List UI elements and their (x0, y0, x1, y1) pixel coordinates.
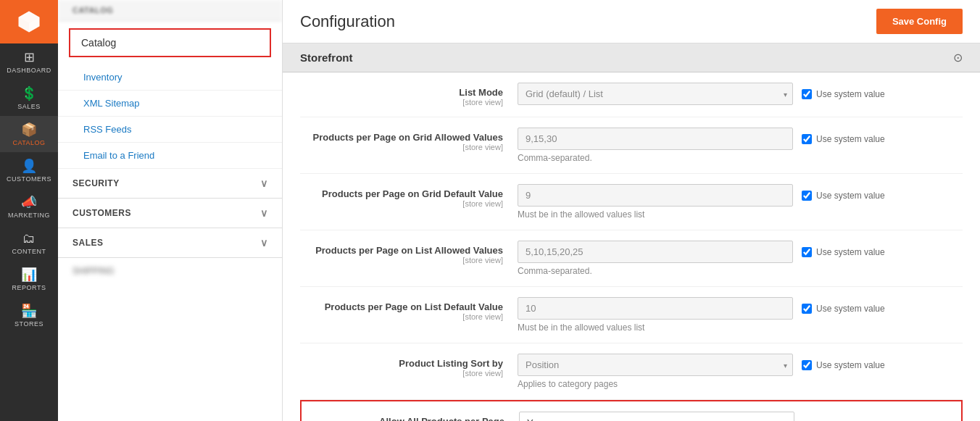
list-default-note: [store view] (300, 312, 503, 321)
grid-default-label-col: Products per Page on Grid Default Value … (300, 184, 518, 208)
sort-by-checkbox[interactable] (802, 360, 812, 370)
list-allowed-row: Products per Page on List Allowed Values… (300, 230, 963, 287)
sidebar-item-xml-sitemap[interactable]: XML Sitemap (58, 91, 282, 117)
marketing-icon: 📣 (21, 196, 37, 209)
customers-section-header[interactable]: CUSTOMERS ∨ (58, 199, 282, 228)
sales-chevron-icon: ∨ (260, 237, 268, 249)
dashboard-icon: ⊞ (24, 51, 35, 64)
storefront-title: Storefront (300, 51, 353, 64)
logo[interactable] (0, 0, 58, 43)
nav-item-customers[interactable]: 👤 CUSTOMERS (0, 152, 58, 188)
list-default-label-col: Products per Page on List Default Value … (300, 297, 518, 321)
customers-chevron-icon: ∨ (260, 207, 268, 219)
sort-by-select-wrapper: Position Name Price ▾ (518, 354, 793, 376)
grid-allowed-note: [store view] (300, 143, 503, 151)
sidebar-active-catalog[interactable]: Catalog (69, 28, 271, 57)
catalog-section-header-blurred: CATALOG (58, 0, 282, 21)
main-content: Configuration Save Config Storefront ⊙ L… (283, 0, 980, 421)
nav-item-dashboard[interactable]: ⊞ DASHBOARD (0, 43, 58, 80)
sales-icon: 💲 (21, 87, 37, 100)
sidebar-item-rss-feeds[interactable]: RSS Feeds (58, 117, 282, 143)
list-allowed-input[interactable] (518, 241, 793, 263)
grid-allowed-input-row: Use system value (518, 128, 963, 150)
sort-by-input-row: Position Name Price ▾ Use system value (518, 354, 963, 376)
list-mode-select[interactable]: Grid (default) / List Grid Only List Onl… (518, 83, 793, 105)
storefront-section-header[interactable]: Storefront ⊙ (283, 43, 980, 72)
sort-by-system-value[interactable]: Use system value (802, 360, 885, 370)
sidebar-panel: CATALOG Catalog Inventory XML Sitemap RS… (58, 0, 283, 421)
allow-all-input-row: Yes No ▾ (519, 412, 961, 421)
list-mode-checkbox[interactable] (802, 89, 812, 99)
storefront-toggle-icon[interactable]: ⊙ (953, 51, 963, 64)
sales-section-header[interactable]: SALES ∨ (58, 228, 282, 257)
nav-item-catalog[interactable]: 📦 CATALOG (0, 116, 58, 152)
nav-item-marketing[interactable]: 📣 MARKETING (0, 188, 58, 225)
page-title: Configuration (300, 12, 395, 31)
customers-section: CUSTOMERS ∨ (58, 199, 282, 228)
nav-item-content[interactable]: 🗂 CONTENT (0, 225, 58, 261)
allow-all-row: Allow All Products per Page [store view]… (300, 400, 963, 421)
list-mode-input-row: Grid (default) / List Grid Only List Onl… (518, 83, 963, 105)
list-default-input[interactable] (518, 297, 793, 320)
sort-by-label: Product Listing Sort by (399, 358, 503, 369)
list-default-label: Products per Page on List Default Value (325, 301, 503, 312)
sort-by-label-col: Product Listing Sort by [store view] (300, 354, 518, 378)
list-allowed-note: [store view] (300, 256, 503, 264)
sidebar-item-email-friend[interactable]: Email to a Friend (58, 143, 282, 169)
top-bar: Configuration Save Config (283, 0, 980, 43)
grid-default-system-value[interactable]: Use system value (802, 191, 885, 201)
grid-default-input[interactable] (518, 184, 793, 207)
grid-allowed-checkbox[interactable] (802, 134, 812, 144)
list-allowed-hint: Comma-separated. (518, 266, 963, 276)
list-default-system-value[interactable]: Use system value (802, 304, 885, 314)
sort-by-input-col: Position Name Price ▾ Use system value A… (518, 354, 963, 389)
sidebar-sub-items: Inventory XML Sitemap RSS Feeds Email to… (58, 64, 282, 169)
sidebar-item-inventory[interactable]: Inventory (58, 64, 282, 91)
storefront-form: List Mode [store view] Grid (default) / … (283, 72, 980, 421)
security-chevron-icon: ∨ (260, 178, 268, 189)
allow-all-input-col: Yes No ▾ (519, 412, 961, 421)
allow-all-select[interactable]: Yes No (519, 412, 794, 421)
allow-all-label: Allow All Products per Page (379, 416, 504, 421)
grid-allowed-label-col: Products per Page on Grid Allowed Values… (300, 128, 518, 151)
list-allowed-checkbox[interactable] (802, 247, 812, 257)
list-mode-label-col: List Mode [store view] (300, 83, 518, 107)
nav-item-stores[interactable]: 🏪 STORES (0, 297, 58, 333)
grid-default-hint: Must be in the allowed values list (518, 209, 963, 220)
sales-section: SALES ∨ (58, 228, 282, 258)
grid-default-label: Products per Page on Grid Default Value (322, 188, 503, 199)
save-config-button[interactable]: Save Config (876, 9, 963, 34)
list-mode-select-wrapper: Grid (default) / List Grid Only List Onl… (518, 83, 793, 105)
content-area: Storefront ⊙ List Mode [store view] Grid… (283, 43, 980, 421)
security-section: SECURITY ∨ (58, 169, 282, 199)
list-allowed-system-value[interactable]: Use system value (802, 247, 885, 257)
security-section-header[interactable]: SECURITY ∨ (58, 169, 282, 198)
stores-icon: 🏪 (21, 304, 37, 317)
grid-default-row: Products per Page on Grid Default Value … (300, 174, 963, 230)
grid-default-input-row: Use system value (518, 184, 963, 207)
list-mode-row: List Mode [store view] Grid (default) / … (300, 72, 963, 117)
grid-allowed-input-col: Use system value Comma-separated. (518, 128, 963, 163)
nav-item-reports[interactable]: 📊 REPORTS (0, 261, 58, 297)
grid-allowed-system-value[interactable]: Use system value (802, 134, 885, 144)
list-default-row: Products per Page on List Default Value … (300, 287, 963, 343)
list-allowed-input-col: Use system value Comma-separated. (518, 241, 963, 276)
sidebar-blurred-section: SHIPPING (58, 258, 282, 283)
grid-default-input-col: Use system value Must be in the allowed … (518, 184, 963, 220)
list-mode-system-value[interactable]: Use system value (802, 89, 885, 99)
allow-all-select-wrapper: Yes No ▾ (519, 412, 794, 421)
grid-allowed-input[interactable] (518, 128, 793, 150)
list-allowed-label: Products per Page on List Allowed Values (315, 245, 503, 256)
list-default-input-row: Use system value (518, 297, 963, 320)
nav-item-sales[interactable]: 💲 SALES (0, 80, 58, 116)
grid-allowed-row: Products per Page on Grid Allowed Values… (300, 117, 963, 174)
grid-default-checkbox[interactable] (802, 191, 812, 201)
grid-allowed-label: Products per Page on Grid Allowed Values (313, 132, 503, 143)
allow-all-label-col: Allow All Products per Page [store view] (302, 412, 519, 421)
sort-by-note: [store view] (300, 369, 503, 378)
sort-by-hint: Applies to category pages (518, 379, 963, 389)
reports-icon: 📊 (21, 268, 37, 281)
list-default-checkbox[interactable] (802, 304, 812, 314)
content-icon: 🗂 (22, 232, 36, 245)
sort-by-select[interactable]: Position Name Price (518, 354, 793, 376)
